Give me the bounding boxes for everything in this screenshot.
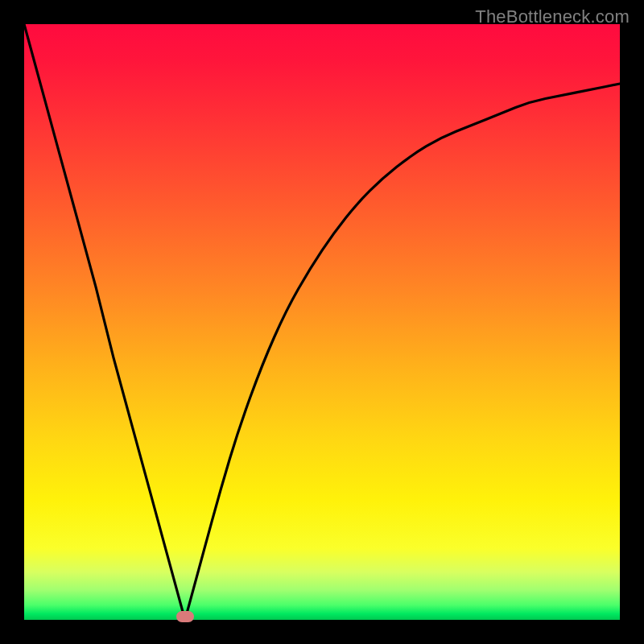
bottleneck-curve (24, 24, 620, 620)
plot-area (24, 24, 620, 620)
minimum-marker (176, 611, 194, 622)
watermark-text: TheBottleneck.com (475, 6, 630, 27)
curve-path (24, 24, 620, 620)
chart-frame: TheBottleneck.com (0, 0, 644, 644)
